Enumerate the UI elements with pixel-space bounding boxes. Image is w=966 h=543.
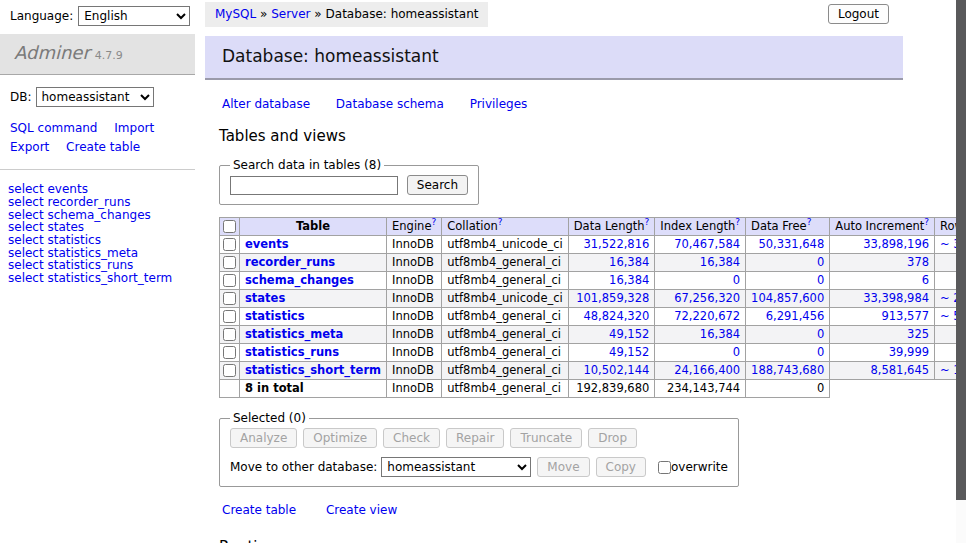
index-length-link[interactable]: 16,384 xyxy=(700,327,740,341)
row-checkbox[interactable] xyxy=(223,364,236,377)
help-link[interactable]: ? xyxy=(807,217,812,227)
link-create-view[interactable]: Create view xyxy=(326,503,397,517)
overwrite-label: overwrite xyxy=(671,460,728,474)
help-link[interactable]: ? xyxy=(431,217,436,227)
index-length-link[interactable]: 16,384 xyxy=(700,255,740,269)
data-length-link[interactable]: 48,824,320 xyxy=(583,309,649,323)
row-checkbox[interactable] xyxy=(223,310,236,323)
analyze-button[interactable]: Analyze xyxy=(230,428,297,448)
auto-increment-link[interactable]: 325 xyxy=(907,327,929,341)
index-length-link[interactable]: 70,467,584 xyxy=(674,237,740,251)
sidebar-link-sql-command[interactable]: SQL command xyxy=(10,121,97,135)
data-length-link[interactable]: 49,152 xyxy=(609,327,649,341)
data-free-link[interactable]: 188,743,680 xyxy=(751,363,824,377)
index-length-cell: 16,384 xyxy=(655,326,746,344)
data-length-link[interactable]: 49,152 xyxy=(609,345,649,359)
help-sup: ? xyxy=(807,216,812,227)
search-input[interactable] xyxy=(230,176,398,195)
action-link-database-schema[interactable]: Database schema xyxy=(336,97,444,111)
data-free-link[interactable]: 104,857,600 xyxy=(751,291,824,305)
drop-button[interactable]: Drop xyxy=(588,428,637,448)
sidebar-link-export[interactable]: Export xyxy=(10,140,49,154)
index-length-cell: 0 xyxy=(655,344,746,362)
index-length-link[interactable]: 67,256,320 xyxy=(674,291,740,305)
data-length-link[interactable]: 10,502,144 xyxy=(583,363,649,377)
auto-increment-link[interactable]: 33,898,196 xyxy=(863,237,929,251)
index-length-link[interactable]: 72,220,672 xyxy=(674,309,740,323)
data-free-link[interactable]: 50,331,648 xyxy=(758,237,824,251)
data-free-link[interactable]: 0 xyxy=(817,327,824,341)
help-link[interactable]: ? xyxy=(924,217,929,227)
breadcrumb-separator: » xyxy=(256,7,271,21)
auto-increment-link[interactable]: 913,577 xyxy=(881,309,929,323)
data-length-link[interactable]: 101,859,328 xyxy=(576,291,649,305)
action-link-alter-database[interactable]: Alter database xyxy=(222,97,310,111)
total-collation-cell: utf8mb4_general_ci xyxy=(442,380,569,398)
sidebar-item-select-recorder-runs[interactable]: select recorder_runs xyxy=(8,196,187,209)
data-length-link[interactable]: 16,384 xyxy=(609,255,649,269)
index-length-link[interactable]: 0 xyxy=(733,273,740,287)
data-free-link[interactable]: 0 xyxy=(817,345,824,359)
column-header-data-length: Data Length? xyxy=(568,218,655,236)
table-link-statistics-runs[interactable]: statistics_runs xyxy=(245,345,339,359)
sidebar-item-select-statistics[interactable]: select statistics xyxy=(8,234,187,247)
truncate-button[interactable]: Truncate xyxy=(510,428,582,448)
auto-increment-link[interactable]: 39,999 xyxy=(889,345,929,359)
auto-increment-link[interactable]: 378 xyxy=(907,255,929,269)
sidebar-item-select-statistics-short-term[interactable]: select statistics_short_term xyxy=(8,272,187,285)
sidebar-item-select-events[interactable]: select events xyxy=(8,183,187,196)
data-length-cell: 16,384 xyxy=(568,272,655,290)
overwrite-checkbox[interactable] xyxy=(658,461,671,474)
row-select-cell xyxy=(220,362,240,380)
sidebar-link-create-table[interactable]: Create table xyxy=(66,140,140,154)
row-checkbox[interactable] xyxy=(223,346,236,359)
row-checkbox[interactable] xyxy=(223,292,236,305)
scrollbar-thumb[interactable] xyxy=(956,0,966,500)
search-button[interactable]: Search xyxy=(407,175,468,195)
table-link-statistics[interactable]: statistics xyxy=(245,309,305,323)
link-create-table[interactable]: Create table xyxy=(222,503,296,517)
optimize-button[interactable]: Optimize xyxy=(303,428,377,448)
row-checkbox[interactable] xyxy=(223,256,236,269)
table-link-schema-changes[interactable]: schema_changes xyxy=(245,273,354,287)
table-link-statistics-meta[interactable]: statistics_meta xyxy=(245,327,343,341)
data-free-link[interactable]: 0 xyxy=(817,273,824,287)
auto-increment-link[interactable]: 6 xyxy=(922,273,929,287)
total-empty-cell xyxy=(830,380,966,398)
copy-button[interactable]: Copy xyxy=(596,457,646,477)
index-length-link[interactable]: 0 xyxy=(733,345,740,359)
data-free-link[interactable]: 0 xyxy=(817,255,824,269)
index-length-link[interactable]: 24,166,400 xyxy=(674,363,740,377)
help-link[interactable]: ? xyxy=(645,217,650,227)
move-db-select[interactable]: homeassistant xyxy=(381,457,531,477)
language-select[interactable]: English xyxy=(78,6,190,26)
breadcrumb-item-mysql[interactable]: MySQL xyxy=(215,7,256,21)
sidebar-link-import[interactable]: Import xyxy=(114,121,154,135)
table-link-states[interactable]: states xyxy=(245,291,285,305)
data-free-link[interactable]: 6,291,456 xyxy=(766,309,825,323)
select-all-checkbox[interactable] xyxy=(223,220,236,233)
help-link[interactable]: ? xyxy=(735,217,740,227)
help-link[interactable]: ? xyxy=(498,217,503,227)
db-select[interactable]: homeassistant xyxy=(36,87,154,107)
row-checkbox[interactable] xyxy=(223,238,236,251)
row-checkbox[interactable] xyxy=(223,328,236,341)
move-button[interactable]: Move xyxy=(537,457,589,477)
table-link-events[interactable]: events xyxy=(245,237,289,251)
check-button[interactable]: Check xyxy=(383,428,440,448)
scrollbar[interactable] xyxy=(956,0,966,543)
logout-button[interactable]: Logout xyxy=(828,4,889,24)
auto-increment-link[interactable]: 8,581,645 xyxy=(871,363,930,377)
table-link-statistics-short-term[interactable]: statistics_short_term xyxy=(245,363,381,377)
breadcrumb-item-server[interactable]: Server xyxy=(271,7,310,21)
repair-button[interactable]: Repair xyxy=(446,428,504,448)
data-length-link[interactable]: 31,522,816 xyxy=(583,237,649,251)
row-select-cell xyxy=(220,326,240,344)
row-checkbox[interactable] xyxy=(223,274,236,287)
auto-increment-link[interactable]: 33,398,984 xyxy=(863,291,929,305)
action-link-privileges[interactable]: Privileges xyxy=(470,97,528,111)
data-length-link[interactable]: 16,384 xyxy=(609,273,649,287)
table-link-recorder-runs[interactable]: recorder_runs xyxy=(245,255,335,269)
data-free-cell: 0 xyxy=(746,326,830,344)
engine-cell: InnoDB xyxy=(387,326,442,344)
